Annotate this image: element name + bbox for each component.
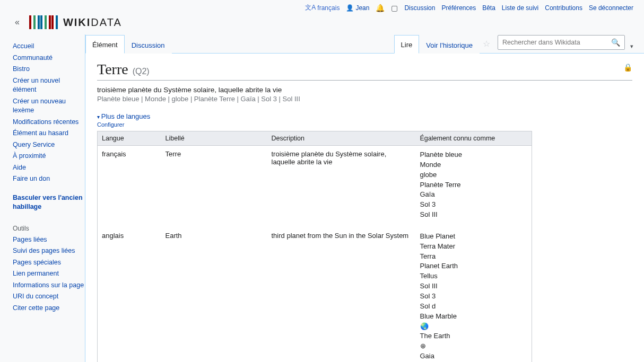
top-links: Discussion Préférences Bêta Liste de sui… (404, 4, 633, 12)
top-link-discussion[interactable]: Discussion (404, 4, 435, 12)
sidebar-donate[interactable]: Faire un don (13, 175, 50, 182)
more-menu-icon[interactable]: ▾ (625, 43, 637, 53)
cell-label[interactable]: Earth (161, 224, 267, 362)
cell-description[interactable]: third planet from the Sun in the Solar S… (267, 224, 416, 362)
alias-item: Gaïa (420, 190, 528, 200)
languages-table: Langue Libellé Description Également con… (97, 131, 532, 362)
logo-bars-icon (29, 15, 58, 29)
sidebar-nearby[interactable]: À proximité (13, 152, 46, 160)
sidebar-switch-skin[interactable]: Basculer vers l'ancien habillage (13, 194, 83, 211)
alias-item: The Earth (420, 331, 528, 341)
notifications-icon[interactable]: 🔔 (376, 4, 385, 12)
cell-language: français (98, 146, 161, 224)
sidebar-special-pages[interactable]: Pages spéciales (13, 259, 61, 266)
alias-item: globe (420, 170, 528, 180)
alias-item: Sol 3 (420, 200, 528, 210)
tab-read[interactable]: Lire (394, 35, 420, 54)
top-link-beta[interactable]: Bêta (482, 4, 495, 12)
alias-item: Tellus (420, 271, 528, 281)
sidebar-communaute[interactable]: Communauté (13, 54, 53, 61)
sidebar-create-item[interactable]: Créer un nouvel élément (13, 77, 60, 94)
alias-item: Sol d (420, 302, 528, 312)
tab-discussion[interactable]: Discussion (125, 36, 172, 54)
item-aliases-line: Planète bleue | Monde | globe | Planète … (97, 94, 632, 103)
alias-item: Planet Earth (420, 261, 528, 271)
sidebar-bistro[interactable]: Bistro (13, 65, 30, 73)
th-description: Description (267, 131, 416, 146)
alias-item: ⊕ (420, 341, 528, 351)
configure-link[interactable]: Configurer (97, 120, 632, 128)
top-link-preferences[interactable]: Préférences (441, 4, 476, 12)
cell-label[interactable]: Terre (161, 146, 267, 224)
alias-item: Planète bleue (420, 150, 528, 160)
alias-item: 🌏 (420, 322, 528, 332)
sidebar-concept-uri[interactable]: URI du concept (13, 293, 58, 300)
top-link-watchlist[interactable]: Liste de suivi (502, 4, 538, 12)
th-language: Langue (98, 131, 161, 146)
table-row: françaisTerretroisième planète du Systèm… (98, 146, 532, 224)
sidebar-recent-changes[interactable]: Modifications récentes (13, 118, 79, 126)
user-icon: 👤 (346, 4, 354, 12)
th-label: Libellé (161, 131, 267, 146)
language-switch-label: français (317, 4, 340, 12)
alias-item: Terra (420, 252, 528, 262)
page-title: Terre (97, 61, 128, 78)
sidebar-tools: Pages liées Suivi des pages liées Pages … (13, 234, 85, 314)
more-languages-toggle[interactable]: Plus de langues (97, 112, 150, 120)
user-link[interactable]: 👤 Jean (346, 4, 369, 12)
search-icon[interactable]: 🔍 (607, 38, 624, 47)
alias-item: Sol 3 (420, 292, 528, 302)
tab-history[interactable]: Voir l'historique (419, 36, 480, 54)
wikidata-logo[interactable]: WIKIDATA (29, 15, 122, 29)
collapse-sidebar-icon[interactable]: « (15, 17, 24, 27)
sidebar-cite[interactable]: Citer cette page (13, 304, 59, 312)
alias-item: Gaia (420, 351, 528, 361)
th-aka: Également connu comme (416, 131, 532, 146)
sidebar-linked-pages[interactable]: Pages liées (13, 236, 47, 243)
sidebar-accueil[interactable]: Accueil (13, 42, 34, 50)
alias-item: Monde (420, 160, 528, 170)
alias-item: Planète Terre (420, 180, 528, 190)
cell-description[interactable]: troisième planète du Système solaire, la… (267, 146, 416, 224)
alias-item: Sol III (420, 281, 528, 292)
tab-element[interactable]: Élément (85, 35, 125, 54)
notices-icon[interactable]: ▢ (391, 4, 398, 12)
sidebar-create-lexeme[interactable]: Créer un nouveau lexème (13, 98, 66, 114)
alias-item: Blue Marble (420, 312, 528, 322)
alias-item: Sol III (420, 210, 528, 220)
cell-aliases[interactable]: Blue PlanetTerra MaterTerraPlanet EarthT… (416, 224, 532, 362)
top-link-logout[interactable]: Se déconnecter (589, 4, 633, 12)
sidebar-permalink[interactable]: Lien permanent (13, 270, 59, 277)
sidebar-help[interactable]: Aide (13, 164, 26, 171)
cell-language: anglais (98, 224, 161, 362)
protection-lock-icon: 🔒 (623, 63, 632, 72)
alias-item: Blue Planet (420, 232, 528, 242)
translate-icon: 文A (305, 3, 316, 12)
alias-item: Terra Mater (420, 242, 528, 252)
search-box[interactable]: 🔍 (498, 35, 625, 50)
item-qid: (Q2) (133, 67, 150, 76)
logo-text: WIKIDATA (63, 16, 122, 29)
username-label: Jean (355, 4, 369, 12)
sidebar: Accueil Communauté Bistro Créer un nouve… (0, 34, 85, 362)
sidebar-query-service[interactable]: Query Service (13, 141, 55, 148)
cell-aliases[interactable]: Planète bleueMondeglobePlanète TerreGaïa… (416, 146, 532, 224)
main-content: Élément Discussion Lire Voir l'historiqu… (85, 34, 644, 362)
language-switch[interactable]: 文A français (305, 3, 340, 12)
sidebar-tools-label: Outils (13, 220, 85, 234)
sidebar-linked-changes[interactable]: Suivi des pages liées (13, 247, 75, 254)
item-description: troisième planète du Système solaire, la… (97, 81, 632, 94)
top-link-contributions[interactable]: Contributions (545, 4, 582, 12)
sidebar-nav: Accueil Communauté Bistro Créer un nouve… (13, 41, 85, 185)
sidebar-page-info[interactable]: Informations sur la page (13, 281, 84, 289)
table-row: anglaisEarththird planet from the Sun in… (98, 224, 532, 362)
watch-star-icon[interactable]: ☆ (480, 34, 493, 53)
search-input[interactable] (498, 37, 607, 48)
sidebar-random-item[interactable]: Élément au hasard (13, 129, 68, 137)
